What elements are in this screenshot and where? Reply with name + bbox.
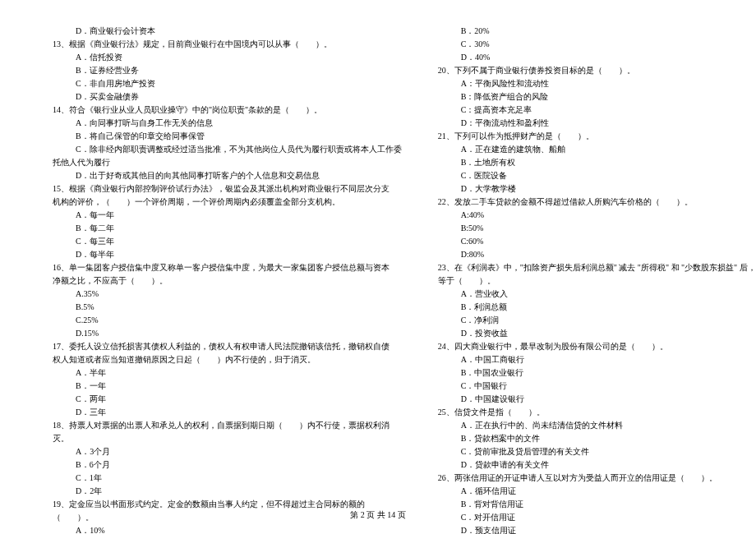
text-line: A:40% <box>426 209 756 222</box>
text-line: A．每一年 <box>41 209 402 222</box>
text-line: A：平衡风险性和流动性 <box>426 77 756 90</box>
text-line: D：平衡流动性和盈利性 <box>426 117 756 130</box>
text-line: A．向同事打听与自身工作无关的信息 <box>41 117 402 130</box>
text-line: A．3个月 <box>41 445 402 458</box>
text-line: 托他人代为履行 <box>41 156 402 169</box>
text-line: 15、根据《商业银行内部控制评价试行办法》，银监会及其派出机构对商业银行不同层次… <box>41 182 402 196</box>
text-line: B．证券经营业务 <box>41 64 402 77</box>
text-line: D．出于好奇或其他目的向其他同事打听客户的个人信息和交易信息 <box>41 169 402 182</box>
text-line: C．中国银行 <box>426 380 756 393</box>
page-footer: 第 2 页 共 14 页 <box>0 509 756 522</box>
text-line: D:80% <box>426 248 756 261</box>
text-line: D．买卖金融债券 <box>41 90 402 104</box>
text-line: 14、符合《银行业从业人员职业操守》中的"岗位职责"条款的是（ ）。 <box>41 104 402 117</box>
text-line: D．中国建设银行 <box>426 393 756 406</box>
text-line: 24、四大商业银行中，最早改制为股份有限公司的是（ ）。 <box>426 340 756 353</box>
text-line: B．将自己保管的印章交给同事保管 <box>41 130 402 143</box>
text-line: C.25% <box>41 314 402 327</box>
text-line: B．每二年 <box>41 222 402 235</box>
text-line: D．商业银行会计资本 <box>41 25 402 38</box>
text-line: D.15% <box>41 327 402 340</box>
text-line: D．每半年 <box>41 248 402 261</box>
text-line: D．40% <box>426 51 756 64</box>
text-line: D．2年 <box>41 485 402 498</box>
text-line: A．正在执行中的、尚未结清信贷的文件材料 <box>426 419 756 432</box>
text-line: C．净利润 <box>426 314 756 327</box>
text-line: A．信托投资 <box>41 51 402 64</box>
text-line: C．除非经内部职责调整或经过适当批准，不为其他岗位人员代为履行职责或将本人工作委 <box>41 143 402 156</box>
text-line: A．循环信用证 <box>426 485 756 498</box>
text-line: C．每三年 <box>41 235 402 248</box>
document-columns: D．商业银行会计资本13、根据《商业银行法》规定，目前商业银行在中国境内可以从事… <box>41 25 715 534</box>
text-line: C．两年 <box>41 393 402 406</box>
text-line: A．营业收入 <box>426 288 756 301</box>
text-line: B:50% <box>426 222 756 235</box>
text-line: B．20% <box>426 25 756 38</box>
text-line: C:60% <box>426 235 756 248</box>
text-line: C．医院设备 <box>426 169 756 182</box>
text-line: D．三年 <box>41 406 402 419</box>
text-line: B：降低资产组合的风险 <box>426 90 756 104</box>
text-line: 23、在《利润表》中，"扣除资产损失后利润总额" 减去 "所得税" 和 "少数股… <box>426 261 756 274</box>
text-line: A.35% <box>41 288 402 301</box>
text-line: C．贷前审批及贷后管理的有关文件 <box>426 445 756 458</box>
text-line: A．10% <box>41 524 402 534</box>
text-line: D．投资收益 <box>426 327 756 340</box>
text-line: 权人知道或者应当知道撤销原因之日起（ ）内不行使的，归于消灭。 <box>41 353 402 366</box>
text-line: 21、下列可以作为抵押财产的是（ ）。 <box>426 130 756 143</box>
left-column: D．商业银行会计资本13、根据《商业银行法》规定，目前商业银行在中国境内可以从事… <box>41 25 402 534</box>
text-line: 26、两张信用证的开证申请人互以对方为受益人而开立的信用证是（ ）。 <box>426 472 756 485</box>
text-line: 13、根据《商业银行法》规定，目前商业银行在中国境内可以从事（ ）。 <box>41 38 402 51</box>
text-line: D．预支信用证 <box>426 524 756 534</box>
text-line: 灭。 <box>41 432 402 445</box>
text-line: C：提高资本充足率 <box>426 104 756 117</box>
text-line: A．中国工商银行 <box>426 353 756 366</box>
right-column: B．20%C．30%D．40%20、下列不属于商业银行债券投资目标的是（ ）。A… <box>426 25 756 534</box>
text-line: B．中国农业银行 <box>426 366 756 380</box>
text-line: 机构的评价，（ ）一个评价周期，一个评价周期内必须覆盖全部分支机构。 <box>41 196 402 209</box>
text-line: B．一年 <box>41 380 402 393</box>
text-line: B．土地所有权 <box>426 156 756 169</box>
text-line: 25、信贷文件是指（ ）。 <box>426 406 756 419</box>
text-line: B．利润总额 <box>426 301 756 314</box>
text-line: B．贷款档案中的文件 <box>426 432 756 445</box>
text-line: 净额之比，不应高于（ ）。 <box>41 274 402 288</box>
text-line: 22、发放二手车贷款的金额不得超过借款人所购汽车价格的（ ）。 <box>426 196 756 209</box>
text-line: D．大学教学楼 <box>426 182 756 196</box>
text-line: 17、委托人设立信托损害其债权人利益的，债权人有权申请人民法院撤销该信托，撤销权… <box>41 340 402 353</box>
text-line: A．正在建造的建筑物、船舶 <box>426 143 756 156</box>
text-line: 20、下列不属于商业银行债券投资目标的是（ ）。 <box>426 64 756 77</box>
text-line: C．非自用房地产投资 <box>41 77 402 90</box>
text-line: 18、持票人对票据的出票人和承兑人的权利，自票据到期日期（ ）内不行使，票据权利… <box>41 419 402 432</box>
text-line: C．1年 <box>41 472 402 485</box>
text-line: 16、单一集团客户授信集中度又称单一客户授信集中度，为最大一家集团客户授信总额与… <box>41 261 402 274</box>
text-line: A．半年 <box>41 366 402 380</box>
text-line: 等于（ ）。 <box>426 274 756 288</box>
text-line: B．6个月 <box>41 458 402 472</box>
text-line: C．30% <box>426 38 756 51</box>
text-line: B.5% <box>41 301 402 314</box>
text-line: D．贷款申请的有关文件 <box>426 458 756 472</box>
